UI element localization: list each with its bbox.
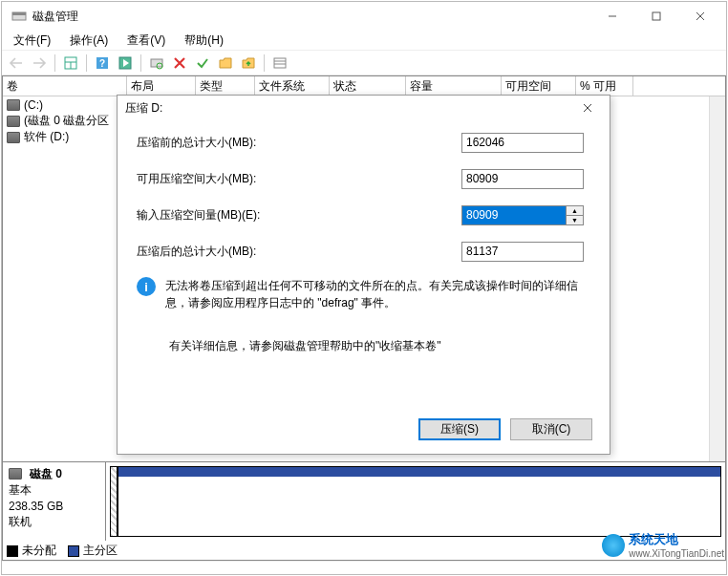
- legend-label: 未分配: [22, 544, 56, 557]
- list-icon[interactable]: [269, 53, 290, 74]
- legend-swatch-unallocated: [7, 545, 18, 557]
- partition[interactable]: [118, 466, 721, 537]
- disk-info: 磁盘 0 基本 238.35 GB 联机: [3, 462, 106, 541]
- volume-list-header: 卷 布局 类型 文件系统 状态 容量 可用空间 % 可用: [3, 76, 725, 96]
- col-pctfree[interactable]: % 可用: [576, 76, 633, 96]
- svg-text:?: ?: [99, 58, 105, 69]
- watermark-name: 系统天地: [629, 531, 724, 548]
- available-label: 可用压缩空间大小(MB):: [137, 171, 461, 187]
- minimize-button[interactable]: [590, 2, 634, 31]
- disk-size: 238.35 GB: [9, 499, 99, 515]
- dialog-close-button[interactable]: [573, 96, 602, 119]
- menu-action[interactable]: 操作(A): [60, 31, 118, 51]
- volume-name: (C:): [24, 98, 43, 112]
- svg-rect-1: [12, 12, 26, 15]
- svg-rect-14: [274, 58, 286, 68]
- toolbar: ?: [2, 51, 726, 75]
- spinner: ▲ ▼: [567, 205, 584, 225]
- col-capacity[interactable]: 容量: [406, 76, 502, 96]
- watermark-icon: [602, 534, 625, 557]
- window-title: 磁盘管理: [32, 9, 590, 25]
- status-bar: [2, 561, 726, 574]
- legend: 未分配 主分区: [7, 543, 118, 559]
- total-before-field: [461, 133, 584, 153]
- close-button[interactable]: [678, 2, 722, 31]
- info-icon: i: [137, 277, 156, 296]
- disk-icon: [7, 116, 20, 127]
- spin-down-button[interactable]: ▼: [567, 216, 583, 224]
- col-filesystem[interactable]: 文件系统: [255, 76, 330, 96]
- legend-label: 主分区: [83, 544, 118, 557]
- legend-swatch-primary: [68, 545, 79, 557]
- watermark: 系统天地 www.XiTongTianDi.net: [602, 531, 724, 559]
- disk-icon: [9, 468, 22, 480]
- svg-rect-3: [653, 12, 660, 20]
- disk-icon: [7, 132, 20, 143]
- col-free[interactable]: 可用空间: [502, 76, 576, 96]
- watermark-url: www.XiTongTianDi.net: [629, 548, 724, 559]
- enter-amount-field[interactable]: [461, 205, 567, 225]
- volume-name: 软件 (D:): [24, 129, 69, 145]
- dialog-title: 压缩 D:: [125, 100, 573, 117]
- total-after-label: 压缩后的总计大小(MB):: [137, 244, 461, 260]
- forward-button[interactable]: [29, 53, 50, 74]
- refresh-icon[interactable]: [146, 53, 167, 74]
- window-controls: [590, 2, 722, 31]
- total-after-field: [461, 242, 584, 262]
- enter-amount-label: 输入压缩空间量(MB)(E):: [137, 207, 461, 224]
- maximize-button[interactable]: [634, 2, 678, 31]
- available-field: [461, 169, 584, 189]
- total-before-label: 压缩前的总计大小(MB):: [137, 135, 461, 151]
- disk-panel: 磁盘 0 基本 238.35 GB 联机: [3, 461, 725, 541]
- info-section: i 无法将卷压缩到超出任何不可移动的文件所在的点。有关完成该操作时间的详细信息，…: [137, 277, 590, 311]
- info-text: 无法将卷压缩到超出任何不可移动的文件所在的点。有关完成该操作时间的详细信息，请参…: [165, 277, 590, 311]
- folder-up-icon[interactable]: [238, 53, 259, 74]
- delete-icon[interactable]: [169, 53, 190, 74]
- disk-map: [106, 462, 725, 541]
- dialog-title-bar: 压缩 D:: [118, 96, 610, 120]
- partition[interactable]: [110, 466, 118, 537]
- disk-icon: [7, 99, 20, 111]
- menu-view[interactable]: 查看(V): [118, 31, 175, 51]
- col-layout[interactable]: 布局: [127, 76, 196, 96]
- col-type[interactable]: 类型: [196, 76, 255, 96]
- disk-type: 基本: [9, 482, 99, 499]
- cancel-button[interactable]: 取消(C): [510, 418, 592, 440]
- spin-up-button[interactable]: ▲: [567, 206, 583, 216]
- col-volume[interactable]: 卷: [3, 76, 127, 96]
- scrollbar[interactable]: [709, 96, 725, 461]
- shrink-dialog: 压缩 D: 压缩前的总计大小(MB): 可用压缩空间大小(MB): 输入压缩空间…: [117, 95, 610, 455]
- view-panes-icon[interactable]: [60, 53, 81, 74]
- title-bar: 磁盘管理: [2, 2, 726, 31]
- volume-name: (磁盘 0 磁盘分区: [24, 113, 109, 129]
- menu-file[interactable]: 文件(F): [4, 31, 60, 51]
- menu-bar: 文件(F) 操作(A) 查看(V) 帮助(H): [2, 31, 726, 51]
- shrink-button[interactable]: 压缩(S): [418, 418, 501, 440]
- app-icon: [11, 9, 27, 24]
- help-icon[interactable]: ?: [92, 53, 113, 74]
- help-text: 有关详细信息，请参阅磁盘管理帮助中的"收缩基本卷": [169, 338, 590, 354]
- back-button[interactable]: [6, 53, 27, 74]
- disk-status: 联机: [9, 514, 99, 530]
- folder-icon[interactable]: [215, 53, 236, 74]
- action-icon[interactable]: [115, 53, 136, 74]
- check-icon[interactable]: [192, 53, 213, 74]
- menu-help[interactable]: 帮助(H): [175, 31, 233, 51]
- disk-name: 磁盘 0: [30, 466, 62, 482]
- col-status[interactable]: 状态: [330, 76, 406, 96]
